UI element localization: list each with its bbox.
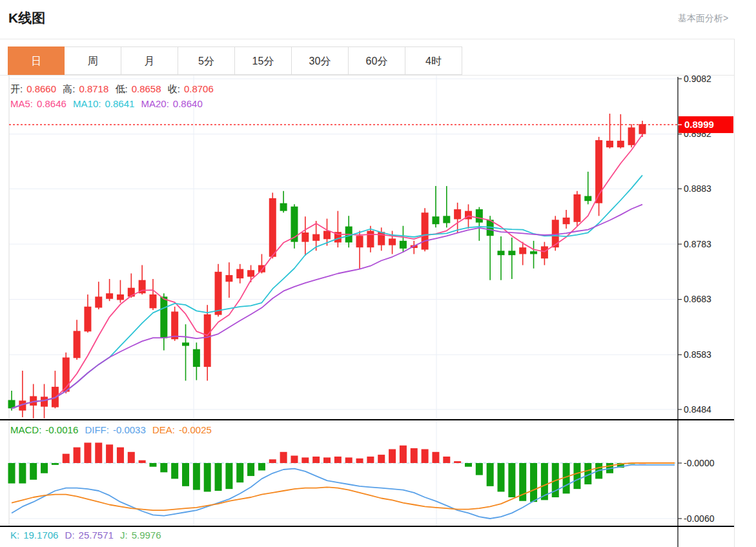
ma5-label: MA5:	[10, 98, 33, 109]
axis-tick-label: 0.8883	[684, 183, 711, 194]
tab-60min[interactable]: 60分	[349, 46, 405, 75]
ma-lines	[12, 135, 642, 409]
d-value: 25.7571	[79, 530, 114, 541]
tab-5min[interactable]: 5分	[178, 46, 235, 75]
period-tabs: 日 周 月 5分 15分 30分 60分 4时	[8, 46, 462, 75]
high-value: 0.8718	[79, 83, 108, 94]
j-value: 5.9976	[132, 530, 161, 541]
axis-tick-label: 0.8484	[684, 404, 711, 415]
macd-legend: MACD:-0.0016 DIFF:-0.0033 DEA:-0.0025	[10, 424, 216, 435]
tab-day[interactable]: 日	[8, 46, 65, 75]
ohlc-legend: 开:0.8660 高:0.8718 低:0.8658 收:0.8706	[10, 83, 218, 96]
axis-tick-label: 0.8783	[684, 239, 711, 249]
ma10-line	[12, 175, 642, 408]
container-right-border	[734, 39, 735, 547]
low-label: 低:	[115, 83, 127, 94]
current-price-value: 0.8999	[684, 119, 714, 130]
kdj-legend: K:19.1706 D:25.7571 J:5.9976	[10, 530, 165, 541]
dea-label: DEA:	[152, 424, 175, 435]
diff-value: -0.0033	[113, 424, 146, 435]
tab-30min[interactable]: 30分	[292, 46, 349, 75]
tab-week[interactable]: 周	[65, 46, 121, 75]
candles	[8, 114, 646, 418]
price-axis: 0.90820.89820.88830.87830.86830.85830.84…	[678, 74, 715, 547]
close-value: 0.8706	[184, 83, 214, 94]
macd-label: MACD:	[10, 424, 41, 435]
tab-4hour[interactable]: 4时	[405, 46, 462, 75]
open-value: 0.8660	[26, 83, 56, 94]
tab-month[interactable]: 月	[121, 46, 178, 75]
pane-separators	[0, 419, 734, 527]
tab-15min[interactable]: 15分	[235, 46, 292, 75]
ma10-value: 0.8641	[105, 98, 134, 109]
ma10-label: MA10:	[73, 98, 101, 109]
close-label: 收:	[168, 83, 180, 94]
macd-value: -0.0016	[45, 424, 78, 435]
high-label: 高:	[63, 83, 75, 94]
ma5-line	[12, 135, 642, 409]
ma20-value: 0.8640	[173, 98, 203, 109]
dea-value: -0.0025	[179, 424, 212, 435]
ma-legend: MA5:0.8646 MA10:0.8641 MA20:0.8640	[10, 98, 207, 109]
macd-pane	[8, 442, 679, 519]
j-label: J:	[120, 530, 128, 541]
fundamental-analysis-link[interactable]: 基本面分析>	[678, 13, 733, 25]
diff-label: DIFF:	[85, 424, 109, 435]
axis-tick-label: -0.0060	[684, 513, 715, 524]
ma5-value: 0.8646	[37, 98, 66, 109]
header-divider	[0, 39, 734, 39]
axis-tick-label: -0.0000	[684, 458, 715, 468]
kline-chart[interactable]: 0.90820.89820.88830.87830.86830.85830.84…	[0, 0, 756, 547]
ma20-label: MA20:	[141, 98, 169, 109]
k-label: K:	[10, 530, 19, 541]
current-price-badge: 0.8999	[678, 116, 733, 133]
k-value: 19.1706	[23, 530, 58, 541]
page-title: K线图	[8, 9, 45, 27]
d-label: D:	[65, 530, 75, 541]
axis-tick-label: 0.8583	[684, 349, 711, 360]
low-value: 0.8658	[132, 83, 161, 94]
kline-page: { "header": { "title": "K线图", "link_labe…	[0, 0, 756, 547]
open-label: 开:	[10, 83, 23, 94]
axis-tick-label: 0.8683	[684, 294, 711, 304]
